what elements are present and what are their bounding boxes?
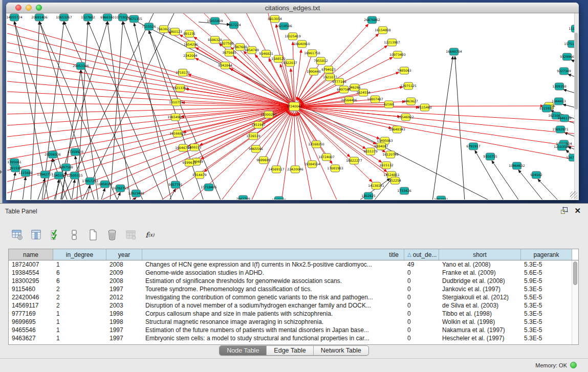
column-header-title[interactable]: title: [142, 249, 404, 260]
table-row[interactable]: 969969511998Structural magnetic resonanc…: [9, 318, 578, 326]
table-cell-in_degree: 1: [53, 318, 106, 325]
graph-edge: [117, 192, 120, 200]
function-builder-icon[interactable]: f(x): [144, 229, 156, 241]
table-row[interactable]: 1938455462009Genome-wide association stu…: [9, 269, 578, 277]
status-bar: Memory: OK: [0, 358, 588, 372]
table-row[interactable]: 2242004622012Investigating the contribut…: [9, 293, 578, 301]
graph-node-label: 7515526: [142, 25, 156, 28]
table-cell-in_degree: 1: [53, 326, 106, 334]
graph-node-label: 16046756: [175, 146, 191, 149]
memory-status-indicator[interactable]: [570, 362, 577, 368]
graph-node-label: 746266: [349, 85, 361, 89]
table-row[interactable]: 1456911722003Disruption of a novel membe…: [9, 301, 578, 310]
table-settings-icon[interactable]: [11, 229, 24, 241]
column-header-in_degree[interactable]: in_degree: [53, 249, 106, 260]
table-row[interactable]: 1830029562008Estimation of significance …: [9, 277, 578, 285]
table-cell-year: 1997: [106, 286, 142, 293]
memory-status-label: Memory: OK: [535, 362, 567, 368]
table-body: 1872400712008Changes of HCN gene express…: [9, 260, 578, 342]
graph-node-label: 1344413: [552, 99, 566, 103]
graph-node-label: 8454749: [245, 48, 259, 52]
delete-table-icon[interactable]: [106, 229, 118, 241]
table-cell-title: Investigating the contribution of common…: [142, 294, 404, 301]
table-row[interactable]: 977716911998Corpus callosum shape and si…: [9, 310, 578, 318]
table-cell-year: 1997: [106, 326, 142, 334]
column-header-out_degree[interactable]: △out_de...: [404, 249, 439, 260]
graph-node-label: 1785061: [7, 160, 21, 164]
graph-node-label: 18648343: [389, 127, 405, 131]
unmerge-icon[interactable]: [68, 229, 80, 241]
network-canvas[interactable]: 1615480812213987109734937485063139751259…: [7, 13, 578, 200]
column-header-short[interactable]: short: [439, 249, 521, 260]
attribute-table: namein_degreeyeartitle△out_de...shortpag…: [8, 249, 579, 345]
table-cell-title: Genome-wide association studies in ADHD.: [142, 269, 404, 276]
graph-node-label: 15495063: [377, 139, 393, 142]
table-cell-year: 2009: [106, 269, 142, 276]
graph-node-label: 9465546: [249, 147, 263, 150]
graph-edge: [7, 106, 294, 137]
graph-edge: [294, 106, 578, 148]
table-row[interactable]: 946362711997Embryonic stem cells: a mode…: [9, 334, 578, 342]
column-header-name[interactable]: name: [9, 249, 53, 260]
close-panel-icon[interactable]: ✕: [574, 207, 581, 214]
splitter-collapse-icon[interactable]: [0, 170, 2, 174]
table-cell-name: 18724007: [9, 261, 53, 268]
select-column-icon[interactable]: [30, 229, 42, 241]
table-cell-name: 9699695: [9, 318, 53, 325]
graph-node-label: 1733426: [397, 189, 411, 192]
table-cell-title: Estimation of significance thresholds fo…: [142, 277, 404, 285]
table-cell-pagerank: 5.9E-5: [521, 277, 572, 285]
graph-node-label: 9329966: [560, 55, 574, 58]
table-panel-title: Table Panel: [5, 208, 37, 215]
canvas-scroll-thumb[interactable]: [575, 33, 578, 110]
graph-edge: [110, 21, 123, 200]
tab-node-table[interactable]: Node Table: [220, 346, 267, 355]
graph-node-label: 2242004: [183, 54, 198, 57]
column-header-year[interactable]: year: [106, 249, 142, 260]
graph-node-label: 15546922: [398, 115, 414, 119]
graph-node-label: 2718170: [176, 71, 190, 74]
table-cell-out_degree: 0: [404, 277, 439, 285]
tab-network-table[interactable]: Network Table: [314, 346, 368, 355]
table-cell-in_degree: 6: [53, 269, 106, 276]
table-cell-name: 9463627: [9, 335, 53, 342]
table-cell-short: Jankovic et al. (1997): [439, 286, 521, 293]
table-row[interactable]: 946554611997Estimation of the future num…: [9, 326, 578, 334]
window-resize-grip[interactable]: [570, 191, 577, 199]
table-cell-pagerank: 5.3E-5: [521, 318, 572, 325]
table-cell-pagerank: 5.3E-5: [521, 310, 572, 317]
table-tabbar: Node Table Edge Table Network Table: [0, 345, 588, 356]
graph-node-label: 16958107: [97, 182, 113, 186]
graph-node-label: 9227349: [557, 69, 571, 73]
graph-node-label: 3624554: [356, 91, 371, 94]
table-cell-short: Yano et al. (2008): [439, 261, 521, 268]
graph-node-label: 9397588: [59, 165, 73, 169]
graph-node-label: 13975125: [400, 84, 417, 87]
graph-edge: [294, 113, 295, 169]
graph-node-label: 14138141: [368, 184, 384, 187]
select-all-icon[interactable]: [49, 229, 61, 241]
graph-node-label: 17957253: [82, 179, 98, 183]
table-scrollbar[interactable]: [572, 260, 578, 345]
graph-node-label: 9857791: [168, 183, 183, 186]
column-header-pagerank[interactable]: pagerank: [521, 249, 572, 260]
table-row[interactable]: 1872400712008Changes of HCN gene express…: [9, 260, 578, 269]
graph-edge: [294, 106, 366, 148]
table-scroll-thumb[interactable]: [573, 261, 577, 285]
graph-node-label: 1093841: [434, 198, 448, 200]
graph-node-label: 19166825: [169, 132, 186, 135]
window-titlebar[interactable]: citations_edges.txt: [6, 3, 579, 13]
graph-edge: [297, 72, 314, 101]
canvas-scrollbar[interactable]: [574, 13, 578, 200]
float-panel-icon[interactable]: [560, 207, 568, 214]
graph-node-label: 12923448: [128, 191, 144, 195]
column-header-label: in_degree: [66, 251, 93, 258]
table-cell-out_degree: 0: [404, 294, 439, 301]
table-header-row: namein_degreeyeartitle△out_de...shortpag…: [9, 249, 578, 260]
graph-node-label: 7663822: [157, 27, 171, 31]
graph-node-label: 12213363: [172, 86, 188, 90]
graph-node-label: 18325419: [285, 34, 301, 38]
tab-edge-table[interactable]: Edge Table: [267, 346, 313, 355]
table-row[interactable]: 911546021997Tourette syndrome. Phenomeno…: [9, 285, 578, 293]
new-table-icon[interactable]: [87, 229, 99, 241]
